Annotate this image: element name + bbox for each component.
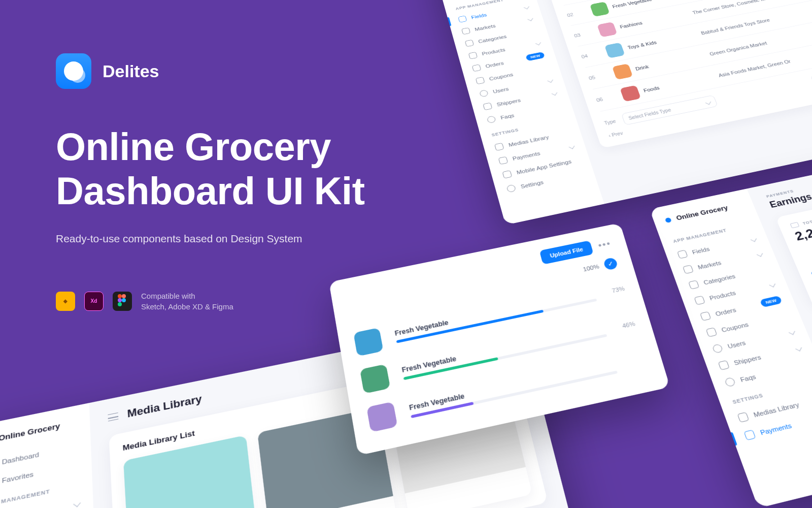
hero-subtitle: Ready-to-use components based on Design … [56,233,365,245]
kpi-label: TOTAL ORDERS [802,213,812,226]
table-row[interactable]: 04Toys & KidsBabtud & Friends Toys Store [578,0,812,68]
sidebar-item-payments[interactable]: Payments [730,404,812,448]
table-row[interactable]: 06FoodsAsia Foods Market, Green Or [593,35,812,112]
sidebar-item-medias[interactable]: Medias Library [483,123,582,156]
sidebar-item-fields[interactable]: Fields [0,490,93,508]
sidebar-item-faqs[interactable]: Faqs [710,353,812,394]
hero-title: Online Grocery Dashboard UI Kit [56,124,365,213]
table-row[interactable]: 01Pet FoodsFun KnickKnacks Market, The C… [557,0,812,6]
sidebar-item-users[interactable]: Users [468,72,565,103]
chevron-down-icon [569,144,575,149]
progress-complete-label: 100% [583,263,600,272]
fields-list-card: Fields List S.NoFields TypeMarkets 01Pet… [539,0,812,148]
media-tile[interactable]: Essis's Book Store4 Ann, Jun 23 2020 • 4… [123,435,260,508]
sidebar-item-orders[interactable]: OrdersNEW [687,289,795,328]
sidebar-item-shippers[interactable]: Shippers [471,84,569,116]
sidebar-item-coupons[interactable]: Coupons [464,59,561,90]
filter-type-label: Type [603,119,616,126]
sidebar-item-markets[interactable]: Markets [670,243,776,280]
sidebar: Online Grocery Dashboard Favorites APP M… [0,403,103,508]
sketch-icon: ◆ [56,292,75,311]
sidebar-item-shippers[interactable]: Shippers [704,337,812,377]
sidebar: Online Grocery Dashboard Favorites APP M… [431,0,604,225]
sidebar-item-fields[interactable]: Fields [664,229,770,265]
orders-bar-chart [802,205,812,297]
sidebar-section-app: APP MANAGEMENT [444,0,536,16]
sidebar-item-products[interactable]: Products [457,35,552,65]
upload-file-button[interactable]: Upload File [539,240,594,265]
sidebar-item-mobile[interactable]: Mobile App Settings [490,150,591,184]
sidebar-item-payments[interactable]: Payments [487,137,587,171]
sidebar-item-favorites[interactable]: Favorites [0,453,92,496]
upload-progress-card: Upload File ••• 100% ✓ Fresh Vegetable73… [329,223,670,456]
sidebar-item-categories[interactable]: Categories [675,259,783,296]
pagination-prev[interactable]: ‹ Prev [606,72,812,138]
table-row[interactable]: 03FashionsThe Corner Store, Cosmetic Mem… [571,0,812,47]
chevron-down-icon [547,78,553,82]
page-title: Media Library [127,393,202,420]
chevron-down-icon [527,17,533,21]
sidebar-section-settings: SETTINGS [479,110,578,143]
sidebar-item-settings[interactable]: Settings [494,164,596,199]
sidebar-item-users[interactable]: Users [698,321,808,361]
sidebar-item-coupons[interactable]: Coupons [693,305,802,344]
check-icon: ✓ [603,257,618,271]
sidebar-item-markets[interactable]: Markets [450,11,544,40]
sidebar-item-faqs[interactable]: Faqs [475,97,573,129]
sidebar-item-dashboard[interactable]: Dashboard [0,434,91,478]
brand-name: Delites [103,61,159,81]
new-badge: NEW [526,52,545,61]
sidebar-item-categories[interactable]: Categories [454,22,548,52]
chevron-down-icon [535,41,541,45]
brand-logo-icon [56,53,91,89]
more-icon[interactable]: ••• [597,239,613,250]
sidebar-item-fields[interactable]: Fields [447,0,540,28]
adobe-xd-icon: Xd [84,292,104,311]
chevron-down-icon [524,5,529,9]
filter-type-select[interactable]: Select Fields Type [621,95,718,125]
sidebar-item-favorites[interactable]: Favorites [441,0,532,4]
orders-icon [790,222,799,228]
search-input[interactable]: Search user name … [810,61,812,86]
sidebar: Online Grocery APP MANAGEMENT Fields Mar… [650,188,812,508]
table-row[interactable]: 02Fresh VegetableHandmade & Precious Sto… [564,0,812,26]
table-row[interactable]: 05DrinkGreen Organica Market [585,14,812,89]
kpi-value: 2,268 [793,219,812,244]
menu-icon[interactable] [108,412,118,422]
earnings-kpi-card: TOTAL ORDERS 2,268 +3.1 [775,168,812,308]
chevron-down-icon [552,90,558,95]
sidebar-item-medias[interactable]: Medias Library [724,387,812,430]
sidebar-item-products[interactable]: Products [681,274,789,312]
hero: Delites Online Grocery Dashboard UI Kit … [56,53,365,312]
tools-caption: Compatible with Sketch, Adobe XD & Figma [141,291,233,312]
sidebar-item-orders[interactable]: OrdersNEW [461,47,556,77]
figma-icon [113,292,132,311]
